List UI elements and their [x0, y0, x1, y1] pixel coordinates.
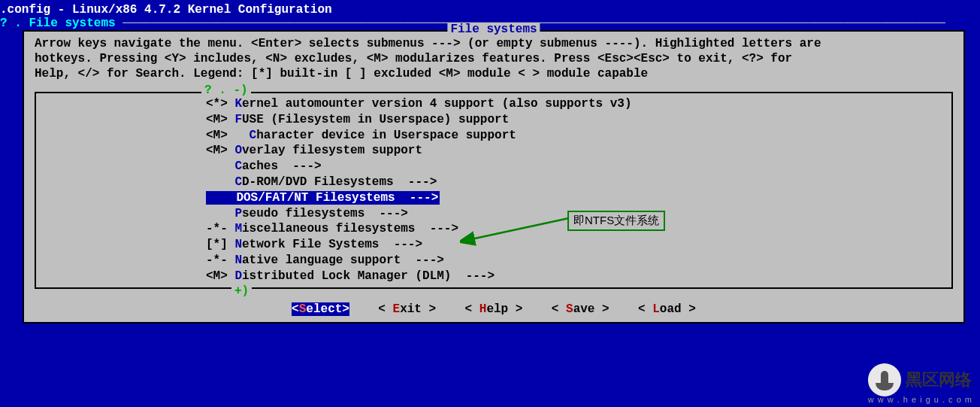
menu-item[interactable]: -*- Miscellaneous filesystems ---> [41, 221, 947, 237]
scroll-down-indicator: +) [231, 284, 252, 298]
annotation-label: 即NTFS文件系统 [567, 211, 665, 231]
breadcrumb: ? . File systems [0, 17, 116, 30]
main-dialog: File systems Arrow keys navigate the men… [23, 30, 965, 323]
help-line: hotkeys. Pressing <Y> includes, <N> excl… [35, 51, 953, 66]
select-button[interactable]: <Select> [292, 302, 349, 316]
button-bar: <Select> < Exit > < Help > < Save > < Lo… [35, 302, 953, 316]
window-title: .config - Linux/x86 4.7.2 Kernel Configu… [0, 0, 980, 17]
menu-item[interactable]: <*> Kernel automounter version 4 support… [41, 96, 947, 112]
menu-item[interactable]: [*] Network File Systems ---> [41, 237, 947, 253]
menu-item[interactable]: CD-ROM/DVD Filesystems ---> [41, 175, 947, 190]
help-button[interactable]: < Help > [465, 302, 523, 316]
watermark-text: 黑区网络 [906, 369, 972, 391]
menu-item[interactable]: DOS/FAT/NT Filesystems ---> [41, 190, 947, 206]
menu-item[interactable]: <M> Overlay filesystem support [41, 143, 947, 159]
menu-item[interactable]: <M> Distributed Lock Manager (DLM) ---> [41, 269, 947, 284]
scroll-up-indicator: ? . -) [201, 84, 251, 97]
help-line: Help, </> for Search. Legend: [*] built-… [35, 66, 953, 81]
menu-item[interactable]: <M> FUSE (Filesystem in Userspace) suppo… [41, 112, 947, 128]
menu-item[interactable]: Caches ---> [41, 159, 947, 175]
menu-item[interactable]: -*- Native language support ---> [41, 253, 947, 269]
menu-list[interactable]: ? . -) <*> Kernel automounter version 4 … [35, 92, 953, 289]
menu-item[interactable]: <M> Character device in Userspace suppor… [41, 128, 947, 144]
dialog-title: File systems [447, 23, 540, 36]
exit-button[interactable]: < Exit > [378, 302, 436, 316]
menu-item[interactable]: Pseudo filesystems ---> [41, 206, 947, 222]
help-text: Arrow keys navigate the menu. <Enter> se… [35, 36, 953, 81]
save-button[interactable]: < Save > [552, 302, 609, 316]
load-button[interactable]: < Load > [638, 302, 696, 316]
help-line: Arrow keys navigate the menu. <Enter> se… [35, 36, 953, 51]
watermark-icon [868, 363, 901, 396]
watermark: 黑区网络 w w w . h e i g u . c o m [868, 363, 972, 404]
